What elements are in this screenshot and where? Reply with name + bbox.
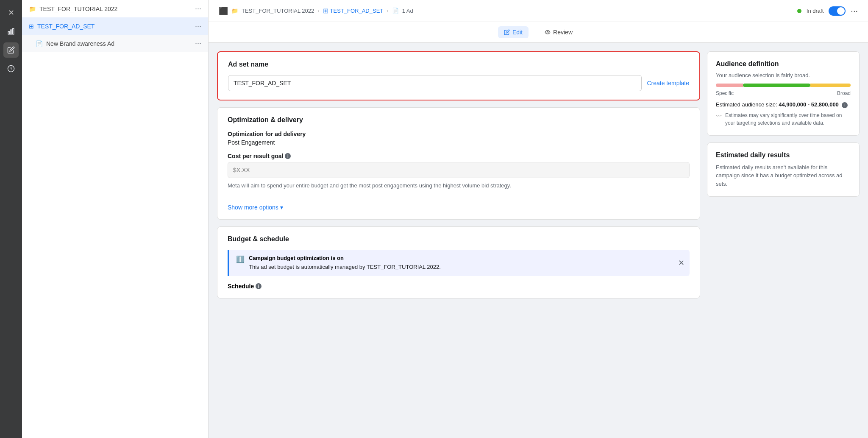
ad-doc-icon: 📄 (36, 40, 43, 47)
ad-more-button[interactable]: ··· (195, 39, 201, 48)
topbar-right: In draft ··· (797, 6, 858, 16)
bc-sep-2: › (387, 8, 388, 14)
schedule-label: Schedule i (228, 283, 690, 290)
close-button[interactable]: ✕ (3, 5, 19, 20)
banner-title: Campaign budget optimization is on (249, 255, 441, 261)
show-more-options-link[interactable]: Show more options ▾ (228, 204, 690, 211)
nav-item-adset[interactable]: ⊞ TEST_FOR_AD_SET ··· (22, 17, 208, 35)
ad-set-name-title: Ad set name (228, 61, 689, 68)
tab-review-label: Review (553, 29, 573, 36)
sidebar-icons: ✕ (0, 0, 22, 438)
tab-review[interactable]: Review (539, 26, 579, 38)
edit-review-tabs: Edit Review (209, 22, 868, 43)
cost-per-result-info-icon[interactable]: i (285, 153, 291, 159)
estimated-daily-title: Estimated daily results (716, 151, 851, 159)
bc-adset-icon: ⊞ (323, 7, 328, 15)
left-nav-panel: 📁 TEST_FOR_TUTORIAL 2022 ··· ⊞ TEST_FOR_… (22, 0, 209, 438)
bc-ad: 1 Ad (402, 8, 413, 14)
tab-edit[interactable]: Edit (498, 26, 529, 38)
create-template-link[interactable]: Create template (642, 80, 689, 86)
adset-label: TEST_FOR_AD_SET (37, 23, 95, 30)
svg-rect-2 (13, 28, 14, 34)
bar-chart-icon[interactable] (3, 24, 19, 39)
nav-item-campaign[interactable]: 📁 TEST_FOR_TUTORIAL 2022 ··· (22, 0, 208, 17)
opt-for-delivery-label: Optimization for ad delivery (228, 131, 690, 137)
breadcrumb: ⬛ 📁 TEST_FOR_TUTORIAL 2022 › ⊞ TEST_FOR_… (219, 6, 413, 16)
budget-schedule-card: Budget & schedule ℹ️ Campaign budget opt… (217, 226, 700, 299)
svg-point-4 (547, 31, 548, 33)
budget-title: Budget & schedule (228, 235, 690, 243)
bar-seg-pink (716, 84, 743, 87)
estimated-daily-text: Estimated daily results aren't available… (716, 163, 851, 188)
estimates-note: 〰 Estimates may vary significantly over … (716, 112, 851, 127)
ad-label: New Brand awareness Ad (46, 40, 114, 47)
layout-toggle-icon[interactable]: ⬛ (219, 6, 228, 16)
campaign-more-button[interactable]: ··· (195, 4, 201, 13)
clock-icon[interactable] (3, 61, 19, 76)
status-dot (797, 9, 801, 13)
cost-per-result-input[interactable] (228, 162, 690, 178)
estimated-daily-card: Estimated daily results Estimated daily … (707, 142, 860, 197)
main-content: ⬛ 📁 TEST_FOR_TUTORIAL 2022 › ⊞ TEST_FOR_… (209, 0, 868, 438)
svg-rect-1 (11, 30, 12, 34)
topbar-more-button[interactable]: ··· (851, 6, 858, 16)
bar-seg-yellow (810, 84, 851, 87)
optimization-card: Optimization & delivery Optimization for… (217, 107, 700, 220)
bar-seg-green (743, 84, 810, 87)
bc-sep-1: › (317, 8, 319, 14)
topbar: ⬛ 📁 TEST_FOR_TUTORIAL 2022 › ⊞ TEST_FOR_… (209, 0, 868, 22)
adset-more-button[interactable]: ··· (195, 22, 201, 31)
cost-help-text: Meta will aim to spend your entire budge… (228, 181, 690, 190)
center-form: Ad set name Create template Optimization… (217, 51, 700, 430)
bc-ad-icon: 📄 (392, 8, 399, 14)
audience-bar (716, 84, 851, 87)
svg-rect-0 (8, 31, 9, 34)
divider (228, 197, 690, 197)
cost-per-result-label: Cost per result goal i (228, 153, 690, 159)
ad-set-name-card: Ad set name Create template (217, 51, 700, 100)
audience-description: Your audience selection is fairly broad. (716, 72, 851, 78)
bc-campaign: TEST_FOR_TUTORIAL 2022 (242, 8, 314, 14)
nav-item-ad[interactable]: 📄 New Brand awareness Ad ··· (22, 35, 208, 52)
banner-close-button[interactable]: ✕ (678, 258, 684, 268)
trend-icon: 〰 (716, 112, 722, 121)
opt-for-delivery-value: Post Engagement (228, 139, 690, 146)
audience-definition-card: Audience definition Your audience select… (707, 51, 860, 136)
campaign-folder-icon: 📁 (29, 6, 36, 12)
ad-set-name-input[interactable] (228, 75, 642, 91)
draft-toggle[interactable] (829, 6, 846, 16)
audience-size-info-icon[interactable]: i (842, 102, 848, 108)
bc-adset: ⊞ TEST_FOR_AD_SET (323, 7, 384, 15)
campaign-budget-banner: ℹ️ Campaign budget optimization is on Th… (228, 250, 690, 276)
bar-label-broad: Broad (837, 90, 851, 96)
adset-grid-icon: ⊞ (29, 23, 34, 30)
campaign-label: TEST_FOR_TUTORIAL 2022 (39, 6, 117, 12)
schedule-info-icon[interactable]: i (256, 283, 262, 289)
bar-labels: Specific Broad (716, 90, 851, 96)
scroll-area: Ad set name Create template Optimization… (209, 43, 868, 438)
right-panel: Audience definition Your audience select… (707, 51, 860, 430)
edit-pen-icon[interactable] (3, 42, 19, 58)
status-text: In draft (807, 8, 823, 14)
tab-edit-label: Edit (512, 29, 523, 36)
banner-info-icon: ℹ️ (236, 255, 245, 263)
banner-subtext: This ad set budget is automatically mana… (249, 263, 441, 271)
optimization-title: Optimization & delivery (228, 116, 690, 124)
audience-definition-title: Audience definition (716, 60, 851, 68)
bc-campaign-icon: 📁 (231, 8, 238, 14)
audience-size: Estimated audience size: 44,900,000 - 52… (716, 101, 851, 108)
bar-label-specific: Specific (716, 90, 734, 96)
ad-set-name-row: Create template (228, 75, 689, 91)
